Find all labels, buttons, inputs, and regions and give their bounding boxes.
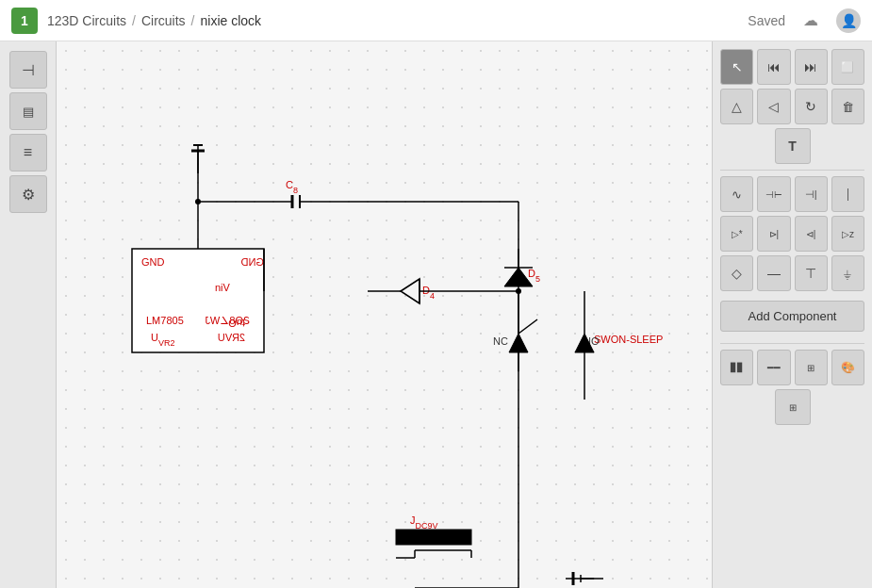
svg-text:LM7805: LM7805 [146,315,184,326]
breadcrumb-sep1: / [132,13,136,28]
breadcrumb: 123D Circuits / Circuits / nixie clock [47,13,261,28]
svg-text:SWON-SLEEP: SWON-SLEEP [594,334,663,345]
svg-text:niV: niV [215,282,231,293]
user-avatar[interactable]: 👤 [836,8,861,33]
svg-point-59 [516,288,521,294]
capacitor-btn[interactable]: ⊣| [795,176,828,212]
svg-text:2RVU: 2RVU [218,332,245,343]
flip-horizontal-btn[interactable]: ◁ [757,89,790,124]
list-tool[interactable]: ≡ [9,134,47,172]
pnp-btn[interactable]: ⊲| [795,216,828,252]
component-tool[interactable]: ▤ [9,92,47,130]
logo-text: 1 [21,13,28,28]
svg-text:ƧO8∠WJ: ƧO8∠WJ [205,315,250,326]
select-tool-btn[interactable]: ↖ [720,49,753,85]
component-row-2: ▷* ⊳| ⊲| ▷z [720,216,864,252]
zener-btn[interactable]: ▷z [831,216,864,252]
breadcrumb-circuits[interactable]: Circuits [141,13,186,28]
wire-tool[interactable]: ⊣ [9,51,47,89]
svg-text:NC: NC [493,335,508,347]
box-select-btn[interactable]: ⬜ [831,49,864,85]
vertical-component-btn[interactable]: ⏐ [831,176,864,212]
header: 1 123D Circuits / Circuits / nixie clock… [0,0,872,41]
cloud-icon[interactable]: ☁ [798,8,823,33]
rotate-btn[interactable]: ↻ [795,89,828,124]
step-back-btn[interactable]: ⏮ [757,49,790,85]
add-component-button[interactable]: Add Component [720,301,864,332]
divider-1 [720,170,864,171]
npn-btn[interactable]: ⊳| [757,216,790,252]
breadcrumb-current[interactable]: nixie clock [200,13,261,28]
inductor-btn[interactable]: ∿ [720,176,753,212]
main-layout: ⊣ ▤ ≡ ⚙ GND GND tuO niV ƧO8∠WJ LM7805 2R… [0,41,872,588]
ground-btn[interactable]: ⏚ [831,255,864,291]
component-row-1: ∿ ⊣⊢ ⊣| ⏐ [720,176,864,212]
svg-rect-49 [396,530,471,545]
breadcrumb-sep2: / [191,13,195,28]
switch-btn[interactable]: ⊞ [775,389,811,425]
step-forward-btn[interactable]: ⏭ [795,49,828,85]
tool-row-3: T [720,128,864,164]
breadcrumb-app[interactable]: 123D Circuits [47,13,126,28]
svg-point-58 [195,199,201,204]
svg-text:GND: GND [241,256,265,268]
tool-row-2: △ ◁ ↻ 🗑 [720,89,864,124]
line-btn[interactable]: — [757,255,790,291]
led-btn[interactable]: ▷* [720,216,753,252]
right-panel: ↖ ⏮ ⏭ ⬜ △ ◁ ↻ 🗑 T ∿ ⊣⊢ ⊣| ⏐ ▷* ⊳| ⊲| ▷z [712,41,872,588]
barcode-btn[interactable]: ▊▊ [720,350,753,385]
color-btn[interactable]: 🎨 [831,350,864,385]
svg-text:GND: GND [141,256,165,268]
diamond-btn[interactable]: ◇ [720,255,753,291]
saved-status: Saved [748,13,785,28]
resistor-btn[interactable]: ⊣⊢ [757,176,790,212]
tee-btn[interactable]: ⊤ [795,255,828,291]
circuit-diagram: GND GND tuO niV ƧO8∠WJ LM7805 2RVU UVR2 … [57,41,712,588]
component-row-3: ◇ — ⊤ ⏚ [720,255,864,291]
header-right: Saved ☁ 👤 [748,8,861,33]
left-toolbar: ⊣ ▤ ≡ ⚙ [0,41,57,588]
settings-tool[interactable]: ⚙ [9,175,47,213]
ladder-btn[interactable]: ⊞ [795,350,828,385]
extra-row-1: ▊▊ ━━ ⊞ 🎨 [720,350,864,385]
flip-vertical-btn[interactable]: △ [720,89,753,124]
delete-btn[interactable]: 🗑 [831,89,864,124]
app-logo: 1 [11,8,38,34]
tool-row-1: ↖ ⏮ ⏭ ⬜ [720,49,864,85]
divider-2 [720,343,864,344]
text-tool-btn[interactable]: T [775,128,811,164]
dash-btn[interactable]: ━━ [757,350,790,385]
extra-row-2: ⊞ [720,389,864,425]
circuit-canvas[interactable]: GND GND tuO niV ƧO8∠WJ LM7805 2RVU UVR2 … [57,41,712,588]
